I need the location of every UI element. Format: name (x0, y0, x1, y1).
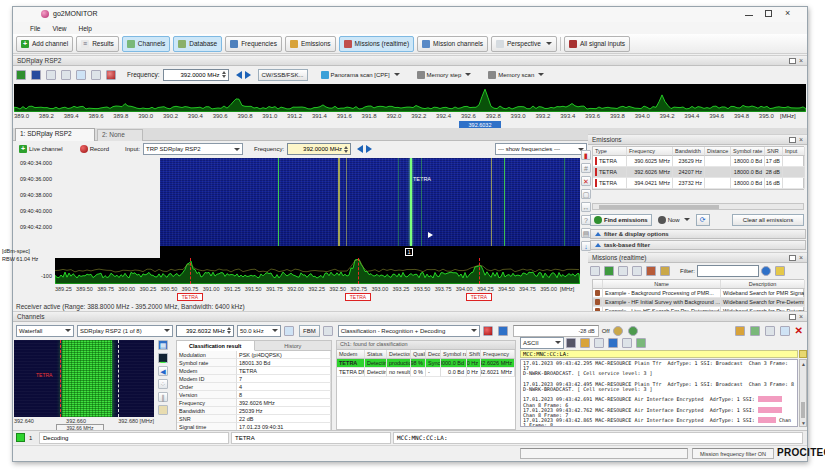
mission-name[interactable]: Example - HF Initial Survey with Backgro… (603, 298, 721, 307)
all-signal-inputs-button[interactable]: All signal inputs (564, 36, 630, 52)
run-mission-icon[interactable] (590, 266, 600, 276)
wf-step-left-icon[interactable] (357, 145, 363, 153)
scrollbar-thumb[interactable] (599, 205, 719, 209)
emission-row-frequency[interactable]: 394.0421 MHz (627, 178, 673, 189)
find-now-dropdown[interactable]: Now (655, 214, 693, 226)
mission-channels-button[interactable]: Mission channels (417, 36, 488, 52)
column-header[interactable]: Type (593, 147, 627, 156)
modem-row-decoder[interactable]: - (426, 368, 441, 377)
fbm-button[interactable]: FBM (299, 325, 320, 337)
clear-text-icon[interactable] (594, 338, 604, 348)
emission-modem-label[interactable]: TETRA (466, 293, 492, 301)
decoder-vscrollbar[interactable]: ▲ ▼ (799, 359, 807, 427)
wrench-icon[interactable] (323, 326, 333, 336)
modem-row-quality[interactable]: 98 % (411, 359, 426, 368)
channel-left-marker[interactable] (60, 340, 61, 417)
source-select[interactable]: SDRplay RSP2 (1 of 8) (77, 325, 173, 337)
emission-modem-label[interactable]: TETRA (345, 293, 371, 301)
clear-all-emissions-button[interactable]: Clear all emissions (732, 214, 804, 226)
modem-row-frequency[interactable]: 392.6026 MHz (481, 359, 515, 368)
float-panel-icon[interactable] (789, 314, 796, 320)
mission-name[interactable]: Example - Background Processing of PMR..… (603, 289, 721, 298)
result-icon[interactable] (750, 326, 760, 336)
tab-none[interactable]: 2: None (97, 129, 143, 141)
pause-icon[interactable] (498, 326, 508, 336)
spectrum-mode-icon[interactable]: ▁ (158, 353, 168, 363)
column-header[interactable]: Detection (387, 350, 411, 359)
waterfall-display[interactable]: TETRA (160, 158, 580, 246)
emission-row-distance[interactable] (705, 167, 731, 178)
emission-row-symbolrate[interactable]: 18000.0 Bd (731, 156, 765, 167)
search-icon[interactable] (761, 266, 771, 276)
modem-row-frequency[interactable]: 392.6021 MHz (481, 368, 515, 377)
tab-sdrplay[interactable]: 1: SDRplay RSP2 (15, 128, 95, 141)
menu-view[interactable]: View (52, 25, 66, 32)
emissions-hscrollbar[interactable] (592, 203, 804, 210)
emission-row-type[interactable]: TETRA (593, 167, 627, 178)
list-icon[interactable] (765, 326, 775, 336)
edit-mission-icon[interactable] (646, 266, 656, 276)
tab-classification-result[interactable]: Classification result (177, 341, 255, 351)
column-header[interactable]: Status (365, 350, 387, 359)
emission-row-snr[interactable]: 28 dB (765, 167, 783, 178)
emission-row-snr[interactable]: 17 dB (765, 156, 783, 167)
column-header[interactable]: Modem (337, 350, 365, 359)
channel-frequency-input[interactable]: 392.6032 MHz (176, 325, 234, 337)
column-header[interactable]: Symbol rate (441, 350, 467, 359)
delete-marker-icon[interactable]: ✕ (581, 176, 591, 186)
modem-row-detection[interactable]: no result (387, 368, 411, 377)
modem-row-symbolrate[interactable]: 18000.0 Bd (441, 359, 467, 368)
gear-icon[interactable] (613, 326, 623, 336)
emission-row-input[interactable] (783, 156, 805, 167)
column-header[interactable]: Distance (km) (705, 147, 731, 156)
tab-history[interactable]: History (255, 341, 332, 351)
measure-icon[interactable]: ∥ (158, 392, 168, 402)
minimize-icon[interactable] (745, 15, 753, 16)
modem-row-shift[interactable]: 0.0 Hz (467, 359, 481, 368)
wf-frequency-stepper[interactable] (344, 146, 348, 153)
modem-row-status[interactable]: Detecting (365, 368, 387, 377)
emission-row-input[interactable] (783, 178, 805, 189)
decoder-text-output[interactable]: 17.01.2023 09:43:42.295 MAC-RESOURCE Pla… (520, 359, 798, 427)
modem-row-quality[interactable]: 0 % (411, 368, 426, 377)
mission-description[interactable]: Wideband Search for PMR Signal Typ... (721, 289, 805, 298)
modem-row-detection[interactable]: production (387, 359, 411, 368)
menu-help[interactable]: Help (78, 25, 91, 32)
emission-row-distance[interactable] (705, 156, 731, 167)
close-icon[interactable]: × (785, 8, 790, 18)
printer-icon[interactable] (622, 338, 632, 348)
waterfall-view-icon[interactable] (31, 70, 41, 80)
live-channel-button[interactable]: +Live channel (16, 143, 66, 155)
record-button[interactable]: Record (77, 143, 112, 155)
task-select[interactable]: Classification - Recognition + Decoding (338, 325, 480, 337)
close-channel-icon[interactable]: ✕ (795, 325, 803, 336)
float-panel-icon[interactable] (789, 137, 796, 143)
task-based-filter-bar[interactable]: task-based filter (590, 240, 806, 250)
channel-waterfall[interactable]: TETRA (14, 340, 154, 417)
pan-icon[interactable] (91, 70, 101, 80)
column-header[interactable]: Decoder (426, 350, 441, 359)
globe-icon[interactable] (628, 326, 638, 336)
emission-row-frequency[interactable]: 392.6026 MHz (627, 167, 673, 178)
column-header[interactable]: Shift (467, 350, 481, 359)
panorama-scan-button[interactable]: Panorama scan [CPF] (317, 69, 404, 81)
filter-display-options-bar[interactable]: filter & display options (590, 229, 806, 239)
demodulator-button[interactable]: CW/SSB/FSK... (258, 69, 308, 81)
perspective-button[interactable]: Perspective (491, 36, 557, 52)
stop-mission-icon[interactable] (660, 266, 670, 276)
close-panel-icon[interactable]: × (799, 137, 803, 143)
band-spectrum[interactable] (55, 258, 580, 284)
column-header[interactable]: Description (721, 280, 805, 289)
channel-bandwidth-select[interactable]: 50.0 kHz (237, 325, 281, 337)
column-header[interactable]: Symbol rate (731, 147, 765, 156)
open-mission-icon[interactable] (618, 266, 628, 276)
float-panel-icon[interactable] (789, 58, 796, 64)
results-button[interactable]: ≡Results (76, 36, 119, 52)
modem-row-name[interactable]: TETRA DMO (337, 368, 365, 377)
emission-row-type[interactable]: TETRA (593, 178, 627, 189)
column-header[interactable]: Bandwidth (673, 147, 705, 156)
memory-step-button[interactable]: Memory step (413, 69, 476, 81)
add-channel-button[interactable]: +Add channel (16, 36, 73, 52)
save-icon[interactable] (608, 338, 618, 348)
refresh-button[interactable]: ⟳ (696, 214, 710, 226)
